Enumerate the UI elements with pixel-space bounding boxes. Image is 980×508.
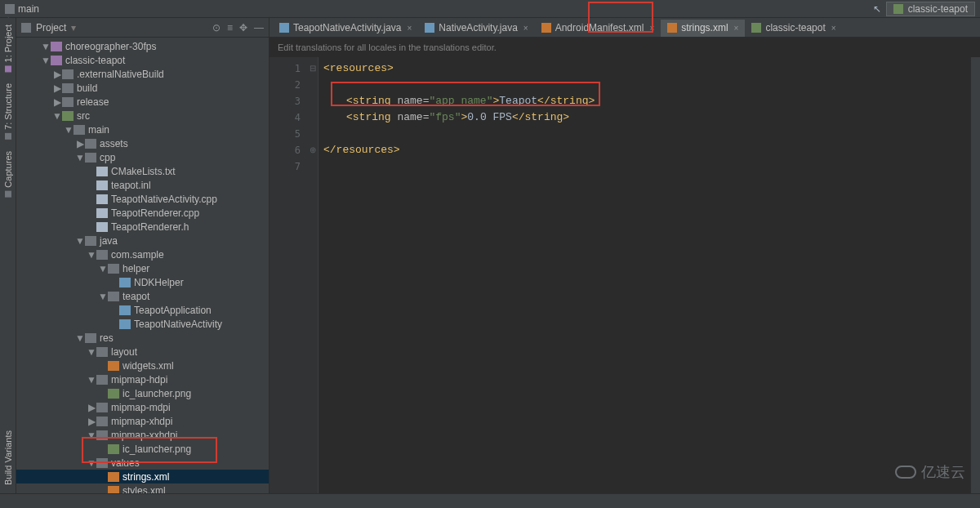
editor-tab[interactable]: NativeActivity.java× <box>418 20 534 37</box>
tree-node[interactable]: ▶mipmap-mdpi <box>16 400 269 414</box>
tree-node[interactable]: NDKHelper <box>16 275 269 289</box>
rail-project[interactable]: 1: Project <box>2 21 14 75</box>
tree-node[interactable]: ▼mipmap-xxhdpi <box>16 428 269 442</box>
node-icon <box>108 361 119 371</box>
tree-twisty[interactable]: ▶ <box>87 416 96 427</box>
tree-node[interactable]: ▼layout <box>16 345 269 359</box>
tree-node[interactable]: ▼values <box>16 456 269 470</box>
tree-node[interactable]: teapot.inl <box>16 178 269 192</box>
close-icon[interactable]: × <box>831 24 836 33</box>
tree-twisty[interactable]: ▼ <box>75 332 85 344</box>
tree-node[interactable]: strings.xml <box>16 470 269 483</box>
tree-node[interactable]: ▶build <box>16 81 269 95</box>
close-icon[interactable]: × <box>649 24 654 33</box>
tree-label: layout <box>111 346 137 358</box>
rail-build-variants[interactable]: Build Variants <box>2 427 14 488</box>
editor-tab[interactable]: AndroidManifest.xml× <box>535 20 662 37</box>
panel-tool-target[interactable]: ⊙ <box>212 22 220 33</box>
tree-node[interactable]: TeapotNativeActivity <box>16 317 269 331</box>
fold-gutter[interactable]: ⊟⊕ <box>307 57 318 493</box>
node-icon <box>108 486 119 494</box>
close-icon[interactable]: × <box>523 24 528 33</box>
tree-twisty[interactable]: ▼ <box>41 41 51 52</box>
tree-node[interactable]: ▼choreographer-30fps <box>16 39 269 53</box>
project-icon <box>21 23 31 33</box>
file-icon <box>751 23 761 33</box>
tree-node[interactable]: ▼res <box>16 331 269 345</box>
tree-node[interactable]: ▶assets <box>16 136 269 150</box>
tree-twisty[interactable]: ▼ <box>98 291 108 302</box>
tree-node[interactable]: ic_launcher.png <box>16 442 269 456</box>
tree-twisty[interactable]: ▶ <box>52 82 62 94</box>
tree-node[interactable]: CMakeLists.txt <box>16 164 269 178</box>
tree-twisty[interactable]: ▶ <box>52 69 62 80</box>
tree-label: choreographer-30fps <box>65 41 156 52</box>
tree-node[interactable]: ▼classic-teapot <box>16 53 269 67</box>
tree-twisty[interactable]: ▼ <box>41 55 51 66</box>
tree-twisty[interactable]: ▼ <box>98 263 108 274</box>
code-content[interactable]: <resources> <string name="app_name">Teap… <box>318 57 970 493</box>
tree-node[interactable]: ▶mipmap-xhdpi <box>16 414 269 428</box>
tree-twisty[interactable]: ▼ <box>75 235 85 247</box>
tree-node[interactable]: ▼com.sample <box>16 247 269 261</box>
android-icon <box>893 4 903 14</box>
run-config-selector[interactable]: classic-teapot <box>886 2 975 16</box>
tree-node[interactable]: ▼src <box>16 109 269 123</box>
tree-node[interactable]: ▼teapot <box>16 289 269 303</box>
tree-twisty[interactable]: ▼ <box>87 430 96 441</box>
tree-node[interactable]: ▼cpp <box>16 150 269 164</box>
tree-node[interactable]: ▶.externalNativeBuild <box>16 67 269 81</box>
editor-tab[interactable]: TeapotNativeActivity.java× <box>273 20 418 37</box>
tree-twisty[interactable]: ▼ <box>75 152 85 163</box>
tab-label: AndroidManifest.xml <box>555 22 644 33</box>
tree-node[interactable]: TeapotApplication <box>16 303 269 317</box>
tree-twisty[interactable]: ▼ <box>87 374 96 385</box>
tree-twisty[interactable]: ▶ <box>87 402 96 413</box>
close-icon[interactable]: × <box>734 24 739 33</box>
tree-node[interactable]: ▼main <box>16 123 269 136</box>
node-icon <box>108 472 119 482</box>
close-icon[interactable]: × <box>408 24 412 33</box>
line-gutter: 1234567 <box>270 57 307 493</box>
rail-structure[interactable]: 7: Structure <box>2 80 14 143</box>
editor-tab[interactable]: classic-teapot× <box>745 20 842 37</box>
tree-twisty[interactable]: ▼ <box>87 457 96 469</box>
tree-twisty[interactable]: ▶ <box>75 138 85 149</box>
tree-twisty[interactable]: ▼ <box>52 110 62 122</box>
project-tree[interactable]: ▼choreographer-30fps▼classic-teapot▶.ext… <box>16 38 269 493</box>
tree-label: mipmap-hdpi <box>111 374 167 385</box>
node-icon <box>62 111 74 121</box>
tab-label: TeapotNativeActivity.java <box>293 22 402 33</box>
node-icon <box>119 278 131 287</box>
panel-tool-collapse[interactable]: ≡ <box>227 22 233 33</box>
node-icon <box>96 208 108 218</box>
tree-node[interactable]: widgets.xml <box>16 359 269 372</box>
tree-node[interactable]: ic_launcher.png <box>16 386 269 400</box>
tree-label: styles.xml <box>122 485 166 494</box>
panel-tool-settings[interactable]: ✥ <box>239 22 247 33</box>
code-editor[interactable]: 1234567 ⊟⊕ <resources> <string name="app… <box>270 57 980 493</box>
translations-banner[interactable]: Edit translations for all locales in the… <box>270 38 980 57</box>
tree-node[interactable]: styles.xml <box>16 483 269 493</box>
tree-node[interactable]: TeapotNativeActivity.cpp <box>16 192 269 206</box>
tree-label: TeapotRenderer.cpp <box>111 207 199 219</box>
tree-node[interactable]: ▶release <box>16 95 269 109</box>
line-number: 2 <box>273 77 301 93</box>
tree-node[interactable]: ▼helper <box>16 261 269 275</box>
tree-node[interactable]: ▼java <box>16 234 269 247</box>
node-icon <box>62 97 74 107</box>
tree-node[interactable]: ▼mipmap-hdpi <box>16 372 269 386</box>
line-number: 3 <box>273 93 301 109</box>
tree-twisty[interactable]: ▼ <box>64 124 74 136</box>
tree-twisty[interactable]: ▼ <box>87 249 96 261</box>
breadcrumb-item[interactable]: main <box>5 3 78 15</box>
rail-captures[interactable]: Captures <box>2 148 14 201</box>
tree-twisty[interactable]: ▼ <box>87 346 96 358</box>
editor-tab[interactable]: strings.xml× <box>661 20 745 37</box>
tree-node[interactable]: TeapotRenderer.cpp <box>16 206 269 220</box>
node-icon <box>96 417 108 426</box>
panel-tool-hide[interactable]: — <box>254 22 264 33</box>
build-icon[interactable]: ↖ <box>873 3 881 15</box>
tree-node[interactable]: TeapotRenderer.h <box>16 220 269 234</box>
tree-twisty[interactable]: ▶ <box>52 96 62 108</box>
